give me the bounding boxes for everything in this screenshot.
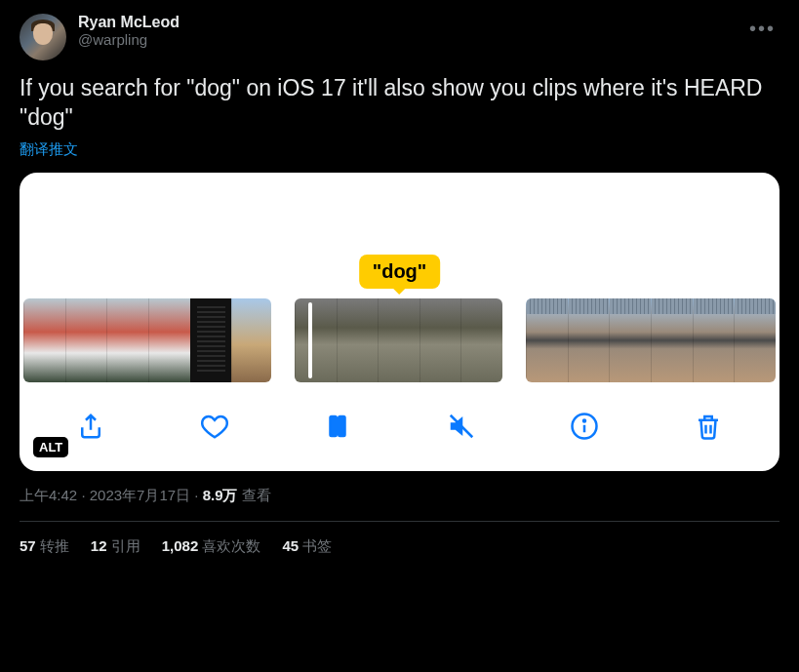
info-icon[interactable] [565,407,604,446]
video-thumb [65,298,107,382]
clip-group[interactable] [526,298,776,382]
alt-badge[interactable]: ALT [33,437,68,457]
video-thumb [693,298,735,382]
video-filmstrip[interactable] [20,296,779,385]
video-thumb [419,298,461,382]
video-thumb [337,298,379,382]
svg-rect-0 [331,416,337,436]
video-thumb [23,298,65,382]
video-thumb [378,298,419,382]
display-name: Ryan McLeod [78,14,734,31]
search-tooltip: "dog" [359,255,441,289]
bookmarks-stat[interactable]: 45 书签 [282,537,332,556]
author-names[interactable]: Ryan McLeod @warpling [78,14,734,48]
trash-icon[interactable] [689,407,728,446]
video-thumb [231,298,271,382]
media-toolbar [20,385,779,471]
video-thumb [609,298,651,382]
tweet-stats: 57 转推 12 引用 1,082 喜欢次数 45 书签 [20,522,779,572]
video-thumb [651,298,693,382]
clip-group[interactable] [23,298,271,382]
pause-icon[interactable] [318,407,357,446]
media-attachment[interactable]: "dog" [20,173,779,471]
quotes-stat[interactable]: 12 引用 [91,537,140,556]
tweet-time[interactable]: 上午4:42 [20,487,77,503]
tweet-text: If you search for "dog" on iOS 17 it'll … [20,74,779,133]
translate-link[interactable]: 翻译推文 [20,140,779,159]
tweet-header: Ryan McLeod @warpling ••• [20,14,779,60]
video-thumb [148,298,190,382]
tweet-container: Ryan McLeod @warpling ••• If you search … [0,0,799,572]
video-thumb [190,298,232,382]
clip-group-active[interactable] [295,298,502,382]
svg-point-5 [583,419,585,421]
video-thumb [295,298,337,382]
svg-rect-1 [340,416,345,436]
avatar[interactable] [20,14,66,60]
video-thumb [568,298,610,382]
video-thumb [106,298,148,382]
more-icon[interactable]: ••• [745,14,779,44]
likes-stat[interactable]: 1,082 喜欢次数 [162,537,261,556]
author-handle: @warpling [78,31,734,48]
mute-icon[interactable] [442,407,481,446]
retweets-stat[interactable]: 57 转推 [20,537,69,556]
views-label: 查看 [242,487,271,503]
tweet-date[interactable]: 2023年7月17日 [90,487,190,503]
share-icon[interactable] [71,407,110,446]
video-thumb [734,298,776,382]
tweet-meta: 上午4:42 · 2023年7月17日 · 8.9万 查看 [20,487,779,505]
video-thumb [460,298,502,382]
heart-icon[interactable] [195,407,234,446]
views-count: 8.9万 [203,487,238,503]
video-thumb [526,298,568,382]
